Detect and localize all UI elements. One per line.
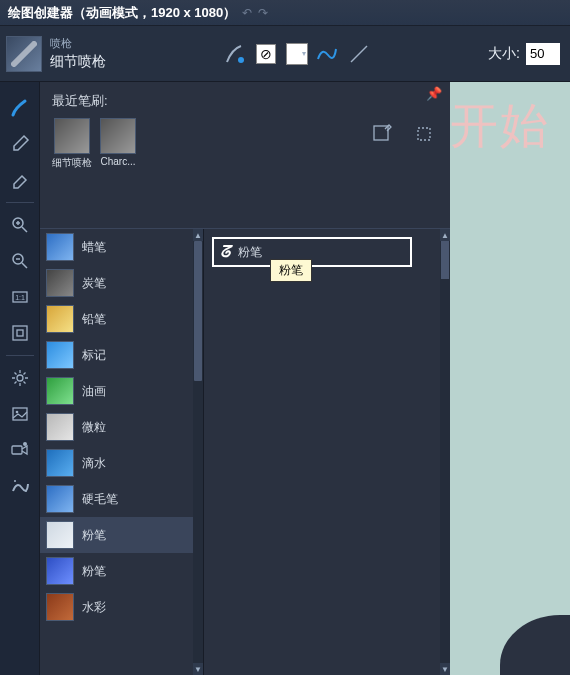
category-label: 粉笔	[82, 527, 106, 544]
category-thumb	[46, 377, 74, 405]
category-item[interactable]: 标记	[40, 337, 203, 373]
scroll-down-icon[interactable]: ▼	[193, 663, 203, 675]
record-icon[interactable]	[0, 432, 40, 468]
scroll-thumb[interactable]	[194, 241, 202, 381]
recent-brush-thumb	[100, 118, 136, 154]
svg-line-1	[351, 46, 367, 62]
color-dropdown-icon[interactable]: ▾	[302, 49, 306, 58]
category-label: 蜡笔	[82, 239, 106, 256]
category-thumb	[46, 233, 74, 261]
category-label: 滴水	[82, 455, 106, 472]
category-list: 蜡笔 炭笔 铅笔 标记 油画 微粒 滴水 硬毛笔 粉笔 粉笔 水彩 ▲ ▼	[40, 229, 204, 675]
left-tool-rail: 1:1	[0, 82, 40, 675]
category-label: 硬毛笔	[82, 491, 118, 508]
brush-item-label: 粉笔	[238, 244, 262, 261]
main-toolbar: 喷枪 细节喷枪 ⊘ ▾ 大小:	[0, 26, 570, 82]
titlebar: 绘图创建器（动画模式，1920 x 1080） ↶ ↷	[0, 0, 570, 26]
redo-icon[interactable]: ↷	[258, 6, 268, 20]
eraser-tool-icon[interactable]	[0, 162, 40, 198]
no-texture-icon[interactable]: ⊘	[256, 44, 276, 64]
brush-name: 细节喷枪	[50, 53, 106, 71]
category-label: 微粒	[82, 419, 106, 436]
category-thumb	[46, 449, 74, 477]
brush-category: 喷枪	[50, 36, 106, 51]
recent-brush-item[interactable]: Charc...	[100, 118, 136, 170]
brush-item-selected[interactable]: ᘔ 粉笔	[212, 237, 412, 267]
undo-icon[interactable]: ↶	[242, 6, 252, 20]
svg-point-15	[15, 411, 18, 414]
category-thumb	[46, 341, 74, 369]
category-item[interactable]: 微粒	[40, 409, 203, 445]
svg-point-17	[23, 442, 27, 446]
category-item[interactable]: 炭笔	[40, 265, 203, 301]
svg-text:1:1: 1:1	[15, 294, 25, 301]
size-input[interactable]	[526, 43, 560, 65]
category-scrollbar[interactable]: ▲ ▼	[193, 229, 203, 675]
category-item[interactable]: 粉笔	[40, 517, 203, 553]
brush-scrollbar[interactable]: ▲ ▼	[440, 229, 450, 675]
line-tool-icon[interactable]	[348, 43, 370, 65]
svg-rect-11	[13, 326, 27, 340]
recent-brush-caption: 细节喷枪	[52, 156, 92, 170]
recent-brush-item[interactable]: 细节喷枪	[52, 118, 92, 170]
category-item[interactable]: 蜡笔	[40, 229, 203, 265]
brush-panel: 📌 最近笔刷: 细节喷枪 Charc... 蜡笔 炭笔 铅笔 标记 油画 微粒 …	[40, 82, 450, 675]
category-label: 炭笔	[82, 275, 106, 292]
category-item[interactable]: 硬毛笔	[40, 481, 203, 517]
category-thumb	[46, 485, 74, 513]
image-icon[interactable]	[0, 396, 40, 432]
recent-brush-thumb	[54, 118, 90, 154]
category-thumb	[46, 521, 74, 549]
current-brush-thumb[interactable]	[6, 36, 42, 72]
category-thumb	[46, 305, 74, 333]
category-label: 粉笔	[82, 563, 106, 580]
stroke-style-icon[interactable]	[316, 43, 338, 65]
recent-brush-caption: Charc...	[100, 156, 135, 167]
settings-icon[interactable]	[0, 360, 40, 396]
actual-size-icon[interactable]: 1:1	[0, 279, 40, 315]
scroll-down-icon[interactable]: ▼	[440, 663, 450, 675]
size-label: 大小:	[488, 45, 520, 63]
window-title: 绘图创建器（动画模式，1920 x 1080）	[8, 4, 236, 22]
category-item[interactable]: 油画	[40, 373, 203, 409]
category-label: 铅笔	[82, 311, 106, 328]
svg-rect-12	[17, 330, 23, 336]
category-label: 标记	[82, 347, 106, 364]
svg-point-0	[238, 57, 244, 63]
edit-brush-icon[interactable]	[370, 122, 394, 146]
brush-settings-icon[interactable]	[224, 43, 246, 65]
svg-rect-21	[418, 128, 430, 140]
category-item[interactable]: 水彩	[40, 589, 203, 625]
svg-point-13	[17, 375, 23, 381]
category-thumb	[46, 593, 74, 621]
category-item[interactable]: 粉笔	[40, 553, 203, 589]
category-thumb	[46, 269, 74, 297]
category-item[interactable]: 滴水	[40, 445, 203, 481]
tooltip: 粉笔	[270, 259, 312, 282]
scroll-thumb[interactable]	[441, 241, 449, 279]
category-label: 水彩	[82, 599, 106, 616]
svg-point-18	[14, 480, 16, 482]
zoom-in-icon[interactable]	[0, 207, 40, 243]
fit-screen-icon[interactable]	[0, 315, 40, 351]
crop-icon[interactable]	[412, 122, 436, 146]
zoom-out-icon[interactable]	[0, 243, 40, 279]
category-thumb	[46, 557, 74, 585]
category-item[interactable]: 铅笔	[40, 301, 203, 337]
effects-icon[interactable]	[0, 468, 40, 504]
brush-tool-icon[interactable]	[0, 90, 40, 126]
scroll-up-icon[interactable]: ▲	[193, 229, 203, 241]
brush-grid: ᘔ 粉笔 粉笔 ▲ ▼	[204, 229, 450, 675]
category-label: 油画	[82, 383, 106, 400]
scroll-up-icon[interactable]: ▲	[440, 229, 450, 241]
svg-line-3	[22, 227, 27, 232]
category-thumb	[46, 413, 74, 441]
svg-rect-16	[12, 446, 22, 454]
brush-stroke-icon: ᘔ	[220, 243, 230, 261]
eyedropper-tool-icon[interactable]	[0, 126, 40, 162]
svg-line-7	[22, 263, 27, 268]
svg-point-19	[25, 490, 27, 492]
recent-label: 最近笔刷:	[52, 92, 438, 110]
